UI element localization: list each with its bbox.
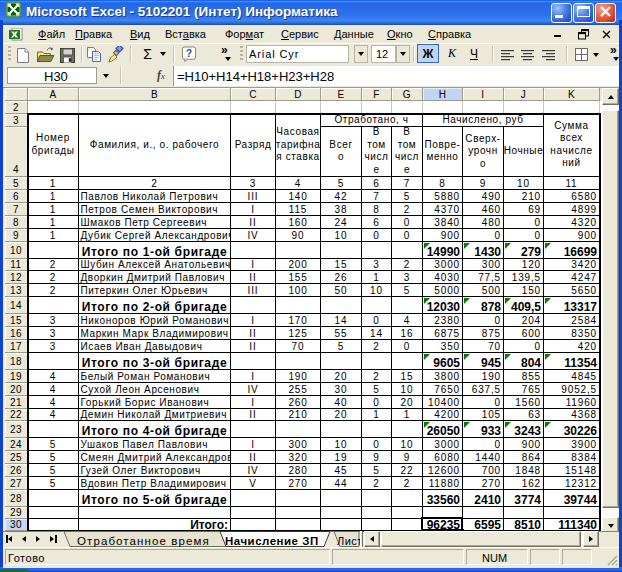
svg-text:?: ?: [186, 48, 192, 59]
